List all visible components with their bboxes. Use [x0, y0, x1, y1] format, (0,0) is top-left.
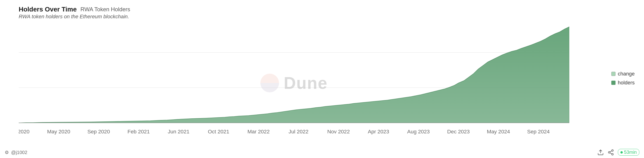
- chart-description: RWA token holders on the Ethereum blockc…: [19, 14, 569, 20]
- chart-container: Holders Over Time RWA Token Holders RWA …: [0, 0, 644, 158]
- svg-text:Jul 2022: Jul 2022: [288, 129, 308, 135]
- timer-dot: [620, 151, 623, 153]
- svg-text:May 2024: May 2024: [487, 129, 510, 135]
- legend-item-change: change: [611, 71, 635, 77]
- svg-point-24: [612, 149, 613, 151]
- svg-line-28: [610, 151, 612, 152]
- legend-label-holders: holders: [618, 80, 635, 86]
- legend-label-change: change: [618, 71, 635, 77]
- timer-value: 53min: [624, 149, 637, 155]
- author-name: @j1002: [11, 150, 27, 155]
- svg-line-27: [610, 153, 612, 154]
- svg-text:Dec 2023: Dec 2023: [447, 129, 470, 135]
- timer-badge: 53min: [618, 149, 639, 156]
- legend-swatch-change: [611, 72, 616, 76]
- svg-text:Aug 2023: Aug 2023: [407, 129, 430, 135]
- chart-area: 0 50k 100k Jan 2020 May 2020 Sep 2020 Fe…: [19, 22, 569, 144]
- svg-text:Jan 2020: Jan 2020: [19, 129, 30, 135]
- chart-footer: ⚙ @j1002 53min: [5, 149, 639, 156]
- svg-text:Nov 2022: Nov 2022: [327, 129, 350, 135]
- main-chart-svg: 0 50k 100k Jan 2020 May 2020 Sep 2020 Fe…: [19, 22, 569, 144]
- legend-swatch-holders: [611, 81, 616, 85]
- svg-text:Sep 2024: Sep 2024: [527, 129, 550, 135]
- svg-text:Mar 2022: Mar 2022: [248, 129, 270, 135]
- svg-text:Feb 2021: Feb 2021: [128, 129, 150, 135]
- chart-subtitle-tag: RWA Token Holders: [80, 6, 130, 13]
- svg-point-26: [612, 153, 613, 155]
- svg-text:Sep 2020: Sep 2020: [87, 129, 110, 135]
- legend-item-holders: holders: [611, 80, 635, 86]
- svg-text:Apr 2023: Apr 2023: [368, 129, 389, 135]
- svg-text:Jun 2021: Jun 2021: [168, 129, 189, 135]
- chart-title: Holders Over Time: [19, 6, 76, 13]
- svg-point-25: [608, 151, 610, 153]
- svg-text:Oct 2021: Oct 2021: [208, 129, 229, 135]
- footer-author: ⚙ @j1002: [5, 149, 27, 155]
- chart-header: Holders Over Time RWA Token Holders RWA …: [19, 6, 569, 20]
- share-icon[interactable]: [608, 149, 614, 156]
- svg-text:May 2020: May 2020: [47, 129, 70, 135]
- export-icon[interactable]: [597, 149, 604, 156]
- footer-right: 53min: [597, 149, 639, 156]
- chart-legend: change holders: [611, 71, 635, 86]
- author-icon: ⚙: [5, 150, 9, 155]
- title-row: Holders Over Time RWA Token Holders: [19, 6, 569, 13]
